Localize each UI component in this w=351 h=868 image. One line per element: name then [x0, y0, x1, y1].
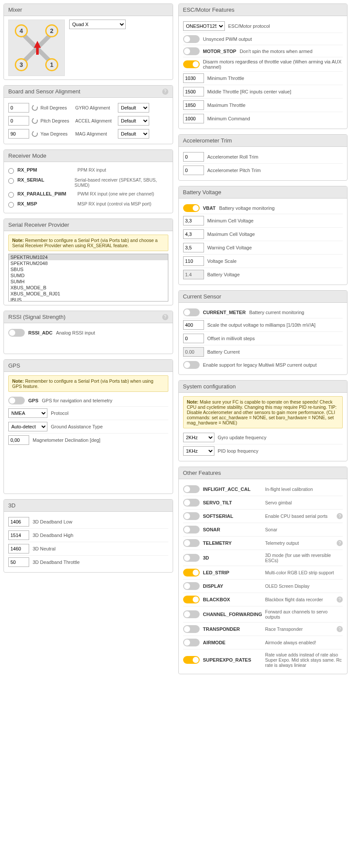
gyro-freq-select[interactable]: 2KHz: [183, 433, 214, 442]
accel-trim-title: Accelerometer Trim: [183, 137, 232, 144]
voltage-scale-input[interactable]: [183, 256, 204, 266]
feature-toggle[interactable]: [183, 639, 200, 646]
feature-row: TRANSPONDERRace Transponder?: [183, 623, 343, 636]
vbat-toggle[interactable]: [183, 204, 200, 212]
mixer-type-select[interactable]: Quad X: [69, 20, 126, 29]
gps-ground-select[interactable]: Auto-detect: [8, 422, 47, 431]
serial-provider-option[interactable]: SPEKTRUM1024: [9, 254, 168, 260]
gps-title: GPS: [8, 362, 20, 369]
3d-title: 3D: [8, 502, 16, 509]
help-icon[interactable]: ?: [162, 89, 168, 95]
current-meter-toggle[interactable]: [183, 308, 200, 316]
roll-degrees-input[interactable]: [8, 103, 29, 113]
receiver-mode-option[interactable]: RX_PARALLEL_PWMPWM RX input (one wire pe…: [8, 189, 168, 199]
max-cell-input[interactable]: [183, 229, 204, 239]
feature-row: CHANNEL_FORWARDINGForward aux channels t…: [183, 606, 343, 623]
radio-input[interactable]: [8, 202, 14, 208]
mid-throttle-input[interactable]: [183, 87, 204, 96]
mag-align-select[interactable]: Default: [118, 129, 149, 139]
min-command-input[interactable]: [183, 114, 204, 123]
help-icon[interactable]: ?: [337, 540, 343, 546]
unsynced-pwm-toggle[interactable]: [183, 35, 200, 43]
other-features-title: Other Features: [183, 470, 221, 476]
feature-toggle[interactable]: [183, 582, 200, 590]
receiver-mode-option[interactable]: RX_SERIALSerial-based receiver (SPEKSAT,…: [8, 176, 168, 189]
mixer-title: Mixer: [8, 7, 22, 13]
min-cell-input[interactable]: [183, 216, 204, 225]
current-offset-input[interactable]: [183, 334, 204, 343]
radio-input[interactable]: [8, 178, 14, 184]
radio-input[interactable]: [8, 168, 14, 174]
serial-provider-option[interactable]: XBUS_MODE_B: [9, 285, 168, 291]
rssi-adc-toggle[interactable]: [8, 329, 25, 337]
reload-icon: [31, 117, 39, 125]
feature-toggle[interactable]: [183, 596, 200, 603]
feature-row: SOFTSERIALEnable CPU based serial ports?: [183, 510, 343, 523]
feature-toggle[interactable]: [183, 656, 200, 664]
accel-roll-trim-input[interactable]: [183, 152, 204, 162]
3d-deadband-low-input[interactable]: [8, 517, 29, 527]
panel-accel-trim: Accelerometer Trim Accelerometer Roll Tr…: [178, 134, 348, 181]
disarm-toggle[interactable]: [183, 60, 200, 68]
esc-protocol-select[interactable]: ONESHOT125: [183, 21, 225, 31]
feature-row: SONARSonar: [183, 523, 343, 537]
help-icon[interactable]: ?: [162, 314, 168, 320]
motor-1: 1: [45, 58, 58, 71]
feature-toggle[interactable]: [183, 539, 200, 547]
warn-cell-input[interactable]: [183, 243, 204, 252]
gyro-align-select[interactable]: Default: [118, 103, 149, 113]
panel-mixer: Mixer 1 2 3 4 Quad X: [3, 3, 173, 80]
mag-declination-input[interactable]: [8, 435, 29, 445]
feature-row: AIRMODEAirmode always enabled!: [183, 636, 343, 649]
serial-provider-option[interactable]: SUMH: [9, 278, 168, 285]
feature-row: BLACKBOXBlackbox flight data recorder?: [183, 593, 343, 606]
gps-toggle[interactable]: [8, 397, 25, 404]
receiver-mode-option[interactable]: RX_PPMPPM RX input: [8, 166, 168, 176]
help-icon[interactable]: ?: [337, 596, 343, 603]
feature-row: INFLIGHT_ACC_CALIn-flight level calibrat…: [183, 483, 343, 496]
alignment-title: Board and Sensor Alignment: [8, 88, 80, 95]
help-icon[interactable]: ?: [337, 513, 343, 519]
help-icon[interactable]: ?: [337, 626, 343, 632]
serial-provider-option[interactable]: XBUS_MODE_B_RJ01: [9, 291, 168, 297]
3d-deadband-high-input[interactable]: [8, 530, 29, 540]
serial-provider-option[interactable]: SBUS: [9, 266, 168, 272]
min-throttle-input[interactable]: [183, 73, 204, 83]
yaw-degrees-input[interactable]: [8, 129, 29, 139]
feature-toggle[interactable]: [183, 512, 200, 520]
panel-alignment: Board and Sensor Alignment? Roll Degrees…: [3, 85, 173, 144]
feature-toggle[interactable]: [183, 526, 200, 533]
serial-provider-option[interactable]: SPEKTRUM2048: [9, 260, 168, 266]
accel-pitch-trim-input[interactable]: [183, 166, 204, 175]
pid-freq-select[interactable]: 1KHz: [183, 446, 214, 456]
receiver-mode-option[interactable]: RX_MSPMSP RX input (control via MSP port…: [8, 199, 168, 209]
feature-toggle[interactable]: [183, 554, 200, 562]
feature-row: 3D3D mode (for use with reversible ESCs): [183, 550, 343, 566]
feature-toggle[interactable]: [183, 499, 200, 507]
feature-toggle[interactable]: [183, 625, 200, 633]
panel-current-sensor: Current Sensor CURRENT_METERBattery curr…: [178, 290, 348, 375]
serial-provider-option[interactable]: IBUS: [9, 297, 168, 301]
current-scale-input[interactable]: [183, 320, 204, 330]
3d-neutral-input[interactable]: [8, 544, 29, 553]
motor-3: 3: [15, 58, 28, 71]
accel-align-select[interactable]: Default: [118, 116, 149, 126]
3d-deadband-throttle-input[interactable]: [8, 557, 29, 567]
legacy-msp-toggle[interactable]: [183, 361, 200, 369]
max-throttle-input[interactable]: [183, 100, 204, 110]
radio-input[interactable]: [8, 192, 14, 198]
gps-protocol-select[interactable]: NMEA: [8, 408, 47, 418]
motor-4: 4: [15, 24, 28, 37]
feature-toggle[interactable]: [183, 485, 200, 493]
panel-gps: GPS Note: Remember to configure a Serial…: [3, 359, 173, 494]
battery-voltage-display: [183, 270, 204, 279]
motor-stop-toggle[interactable]: [183, 47, 200, 55]
pitch-degrees-input[interactable]: [8, 116, 29, 126]
motor-2: 2: [45, 24, 58, 37]
feature-toggle[interactable]: [183, 610, 200, 618]
serial-provider-listbox[interactable]: SPEKTRUM1024SPEKTRUM2048SBUSSUMDSUMHXBUS…: [8, 254, 168, 301]
panel-rssi: RSSI (Signal Strength)? RSSI_ADC Analog …: [3, 311, 173, 354]
feature-toggle[interactable]: [183, 569, 200, 576]
serial-provider-option[interactable]: SUMD: [9, 272, 168, 278]
panel-battery: Battery Voltage VBATBattery voltage moni…: [178, 186, 348, 285]
